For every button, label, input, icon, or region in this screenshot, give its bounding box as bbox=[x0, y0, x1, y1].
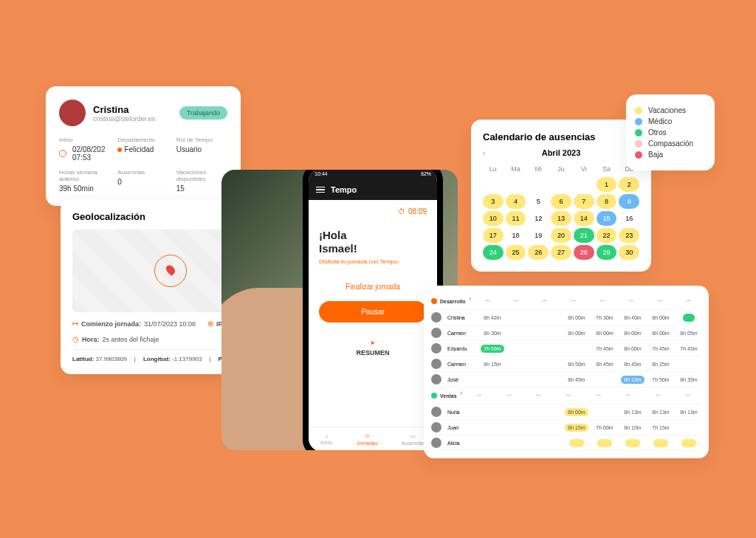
calendar-cell[interactable]: 21 bbox=[574, 228, 594, 243]
table-cell: 8h 40m bbox=[620, 315, 645, 320]
tab-ausencias[interactable]: ▭Ausencias bbox=[402, 433, 425, 446]
greeting: ¡HolaIsmael! bbox=[319, 229, 427, 255]
calendar-cell[interactable]: 11 bbox=[506, 211, 526, 226]
greeting-sub: Disfruta tu jornada con Tempo. bbox=[319, 258, 427, 265]
calendar-day-head: Sa bbox=[597, 163, 617, 175]
prev-month-button[interactable]: ‹ bbox=[483, 149, 485, 157]
calendar-cell[interactable]: 9 bbox=[619, 194, 639, 209]
pause-button[interactable]: Pausar bbox=[319, 301, 427, 323]
absence-calendar: Calendario de ausencias ‹ Abril 2023 › L… bbox=[471, 120, 651, 272]
calendar-cell[interactable]: 1 bbox=[597, 177, 617, 192]
table-row: Eduardo7h 59m7h 45m8h 00m7h 45m7h 45m bbox=[431, 341, 701, 356]
calendar-cell[interactable]: 3 bbox=[483, 194, 504, 209]
vac-label: Vacaciones disponibles bbox=[176, 169, 227, 182]
table-cell: 8h 13m bbox=[676, 410, 701, 415]
calendar-cell[interactable]: 8 bbox=[597, 194, 617, 209]
clock-icon: ◷ bbox=[72, 335, 79, 343]
calendar-cell bbox=[528, 177, 549, 192]
calendar-cell[interactable]: 29 bbox=[597, 245, 617, 260]
calendar-cell[interactable]: 10 bbox=[483, 211, 504, 226]
clock-icon bbox=[59, 150, 66, 157]
calendar-cell[interactable]: 20 bbox=[551, 228, 571, 243]
hamburger-icon[interactable] bbox=[316, 187, 325, 193]
table-cell: 7h 59m bbox=[480, 345, 505, 353]
calendar-cell[interactable]: 30 bbox=[619, 245, 639, 260]
table-cell bbox=[676, 439, 701, 447]
calendar-cell[interactable]: 5 bbox=[528, 194, 549, 209]
calendar-day-head: Mi bbox=[528, 163, 549, 175]
calendar-cell[interactable]: 16 bbox=[619, 211, 639, 226]
legend-item: Compasación bbox=[635, 139, 706, 148]
table-cell: 8h 45m bbox=[620, 362, 645, 367]
calendar-cell[interactable]: 25 bbox=[506, 245, 526, 260]
calendar-cell bbox=[483, 177, 504, 192]
avatar bbox=[431, 438, 441, 448]
table-cell: 8h 15m bbox=[480, 362, 505, 367]
tab-jornadas[interactable]: ◷Jornadas bbox=[357, 433, 378, 446]
legend-item: Baja bbox=[635, 151, 706, 159]
vac-value: 15 bbox=[176, 184, 227, 193]
legend-dot-icon bbox=[635, 129, 642, 137]
profile-name: Cristina bbox=[93, 104, 155, 115]
calendar-cell[interactable]: 27 bbox=[551, 245, 571, 260]
calendar-cell[interactable]: 2 bbox=[619, 177, 639, 192]
calendar-day-head: Ma bbox=[506, 163, 526, 175]
calendar-cell[interactable]: 13 bbox=[551, 211, 571, 226]
phone-mockup: 10:4482% Tempo ⏱08:09 ¡HolaIsmael! Disfr… bbox=[221, 170, 458, 450]
profile-email: cristina@stelorder.es bbox=[93, 115, 155, 123]
calendar-cell[interactable]: 24 bbox=[483, 245, 504, 260]
avatar bbox=[431, 312, 441, 323]
tab-inicio[interactable]: ⌂Inicio bbox=[320, 433, 332, 446]
table-row: Carmen8h 15m8h 50m8h 45m8h 45m8h 25m bbox=[431, 356, 701, 372]
table-cell: 8h 15m bbox=[620, 425, 645, 430]
row-name: Cristina bbox=[447, 315, 477, 320]
calendar-cell[interactable]: 18 bbox=[506, 228, 526, 243]
status-bar: 10:4482% bbox=[309, 170, 437, 179]
calendar-cell[interactable]: 15 bbox=[597, 211, 617, 226]
calendar-cell[interactable]: 19 bbox=[528, 228, 549, 243]
legend-card: VacacionesMédicoOtrosCompasaciónBaja bbox=[626, 94, 715, 170]
calendar-icon: ▭ bbox=[410, 433, 416, 439]
table-cell bbox=[564, 439, 589, 447]
table-cell: 8h 00m bbox=[564, 331, 589, 336]
end-shift-button[interactable]: Finalizar jornada bbox=[319, 278, 427, 295]
resumen-section[interactable]: ▸ RESUMEN bbox=[309, 339, 437, 356]
legend-dot-icon bbox=[635, 151, 642, 159]
table-row: Alicia bbox=[431, 435, 701, 451]
geo-start: ↦Comienzo jornada: 31/07/2023 10:06 bbox=[72, 320, 196, 328]
app-header: Tempo bbox=[309, 179, 437, 200]
calendar-day-head: Vi bbox=[574, 163, 594, 175]
row-name: Carmen bbox=[447, 362, 477, 367]
table-cell: 8h 45m bbox=[564, 377, 589, 382]
chevron-down-icon: ˅ bbox=[469, 298, 472, 304]
status-badge: Trabajando bbox=[179, 106, 227, 120]
calendar-cell[interactable]: 6 bbox=[551, 194, 571, 209]
timer: ⏱08:09 bbox=[309, 200, 437, 223]
table-cell bbox=[676, 314, 701, 322]
calendar-cell[interactable]: 7 bbox=[574, 194, 594, 209]
geo-lat: Latitud: 37.9903809 bbox=[72, 356, 127, 362]
legend-dot-icon bbox=[635, 107, 642, 114]
legend-item: Vacaciones bbox=[635, 106, 706, 114]
hours-label: Horas semana anterior bbox=[59, 169, 110, 182]
calendar-cell[interactable]: 14 bbox=[574, 211, 594, 226]
calendar-cell[interactable]: 28 bbox=[574, 245, 594, 260]
table-cell: 8h 00m bbox=[592, 331, 617, 336]
table-cell: 7h 45m bbox=[648, 346, 673, 351]
table-cell: 8h 00m bbox=[620, 346, 645, 351]
table-cell: 8h 45m bbox=[592, 362, 617, 367]
calendar-cell bbox=[506, 177, 526, 192]
calendar-cell[interactable]: 26 bbox=[528, 245, 549, 260]
table-cell: 8h 42m bbox=[480, 315, 505, 320]
calendar-cell[interactable]: 17 bbox=[483, 228, 504, 243]
calendar-cell[interactable]: 23 bbox=[619, 228, 639, 243]
legend-item: Otros bbox=[635, 128, 706, 137]
dept-header[interactable]: Ventas ˅ bbox=[431, 390, 463, 401]
calendar-cell[interactable]: 22 bbox=[597, 228, 617, 243]
table-cell: 8h 00m bbox=[620, 331, 645, 336]
dept-header[interactable]: Desarrollo ˅ bbox=[431, 295, 472, 307]
calendar-cell[interactable]: 4 bbox=[506, 194, 526, 209]
avatar bbox=[431, 422, 441, 432]
calendar-cell[interactable]: 12 bbox=[528, 211, 549, 226]
globe-icon: ⊕ bbox=[207, 320, 213, 328]
